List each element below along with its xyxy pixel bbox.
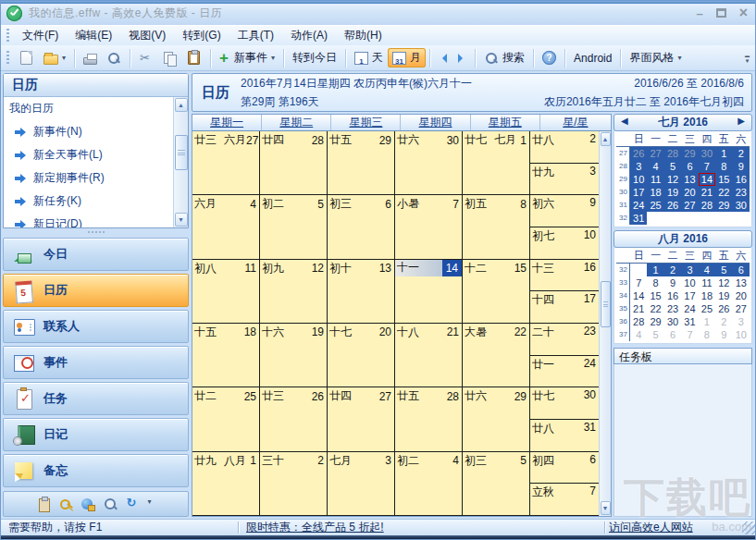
calendar-day-cell[interactable]: 十二15 — [463, 260, 530, 324]
taskboard-body[interactable] — [613, 364, 752, 517]
sidebar-item-new-allday-event[interactable]: 新全天事件(L) — [4, 143, 173, 166]
calendar-day-cell[interactable]: 七月3 — [328, 452, 395, 516]
scroll-down-icon[interactable] — [601, 501, 611, 515]
nav-memo-button[interactable]: 备忘 — [3, 454, 189, 487]
minical-day[interactable]: 17 — [681, 289, 698, 302]
menu-edit[interactable]: 编辑(E) — [67, 26, 120, 45]
minical-day[interactable]: 27 — [733, 302, 750, 315]
resize-grip[interactable] — [742, 522, 755, 534]
calendar-day-cell[interactable]: 廿四27 — [328, 387, 395, 451]
calendar-weekend-half[interactable]: 初六9 — [530, 195, 599, 227]
minical-day[interactable]: 15 — [715, 173, 732, 186]
calendar-day-cell[interactable]: 初五8 — [463, 195, 530, 259]
minical-day[interactable]: 23 — [733, 186, 750, 199]
minical-day[interactable]: 19 — [664, 186, 681, 199]
minical-day[interactable]: 2 — [664, 264, 681, 276]
calendar-day-cell[interactable]: 廿三六月27 — [192, 131, 260, 195]
key-icon[interactable] — [59, 497, 73, 511]
scroll-thumb[interactable] — [175, 135, 188, 170]
magnifier-icon[interactable] — [104, 497, 118, 511]
minical-day[interactable]: 23 — [664, 302, 681, 315]
month-view-button[interactable]: 31 月 — [388, 48, 426, 68]
calendar-weekend-half[interactable]: 初四6 — [530, 452, 599, 485]
minical-day[interactable]: 6 — [681, 160, 698, 173]
minical-day[interactable]: 4 — [699, 264, 715, 276]
scroll-down-icon[interactable] — [175, 213, 188, 227]
calendar-day-cell[interactable]: 廿六30 — [395, 131, 463, 195]
minical-day[interactable]: 13 — [681, 173, 698, 186]
menu-goto[interactable]: 转到(G) — [174, 26, 229, 45]
minical-day[interactable]: 3 — [733, 315, 750, 328]
prev-period-button[interactable] — [434, 51, 452, 66]
sidebar-item-new-diary[interactable]: 新日记(D) — [4, 213, 173, 228]
minical-day[interactable]: 30 — [664, 315, 681, 328]
calendar-scrollbar[interactable] — [599, 131, 611, 516]
minical-day[interactable]: 30 — [699, 147, 715, 160]
calendar-day-cell[interactable]: 十一14 — [395, 260, 463, 324]
calendar-day-cell[interactable]: 十八21 — [395, 324, 463, 387]
chevron-down-icon[interactable] — [148, 497, 155, 511]
nav-today-button[interactable]: 今日 — [3, 238, 189, 271]
minical-day[interactable]: 26 — [630, 147, 647, 160]
calendar-weekend-half[interactable]: 廿一24 — [530, 356, 599, 387]
minical-day[interactable]: 22 — [647, 302, 663, 315]
calendar-day-cell[interactable]: 廿五28 — [395, 387, 463, 451]
minical-day[interactable]: 31 — [681, 315, 698, 328]
calendar-day-cell[interactable]: 廿六29 — [463, 387, 530, 451]
minical-day[interactable]: 20 — [681, 186, 698, 199]
menu-help[interactable]: 帮助(H) — [336, 26, 390, 45]
minical-day[interactable]: 19 — [715, 289, 732, 302]
minical-day[interactable]: 2 — [715, 315, 732, 328]
calendar-day-cell[interactable]: 初二4 — [395, 452, 463, 516]
minical-day[interactable]: 16 — [664, 289, 681, 302]
calendar-weekend-half[interactable]: 十四17 — [530, 291, 599, 323]
calendar-day-cell[interactable]: 初三5 — [463, 452, 530, 516]
minical-day[interactable]: 27 — [647, 147, 663, 160]
minical-day[interactable]: 3 — [630, 160, 647, 173]
minical-day[interactable]: 26 — [715, 302, 732, 315]
minimize-button[interactable] — [696, 7, 702, 19]
minical-day[interactable]: 7 — [699, 160, 715, 173]
minical-day[interactable]: 8 — [699, 328, 715, 341]
minical-day[interactable]: 28 — [664, 147, 681, 160]
minical-day[interactable]: 1 — [715, 147, 732, 160]
minical-day[interactable]: 1 — [699, 315, 715, 328]
sync-icon[interactable] — [126, 497, 140, 511]
minical-day[interactable]: 3 — [681, 264, 698, 276]
goto-today-button[interactable]: 转到今日 — [288, 48, 341, 68]
minical-day[interactable]: 7 — [630, 276, 647, 289]
minical-day[interactable]: 5 — [664, 160, 681, 173]
sidebar-scrollbar[interactable] — [173, 97, 188, 227]
calendar-day-cell[interactable]: 廿三26 — [260, 387, 328, 451]
minical-prev-icon[interactable]: ◀ — [621, 116, 628, 126]
nav-tasks-button[interactable]: 任务 — [3, 382, 189, 415]
android-button[interactable]: Android — [569, 50, 616, 67]
minical-day[interactable]: 4 — [630, 328, 647, 341]
calendar-day-cell[interactable]: 廿九八月1 — [192, 452, 260, 516]
maximize-button[interactable] — [716, 8, 726, 18]
minical-day[interactable]: 20 — [733, 289, 750, 302]
copy-button[interactable] — [158, 49, 181, 67]
calendar-day-cell[interactable]: 三十2 — [260, 452, 328, 516]
minical-day[interactable]: 8 — [647, 276, 663, 289]
minical-day[interactable]: 29 — [715, 199, 732, 212]
scroll-up-icon[interactable] — [601, 132, 611, 146]
calendar-day-cell[interactable]: 廿二25 — [192, 387, 260, 451]
calendar-day-cell[interactable]: 初十13 — [328, 260, 395, 324]
minical-day[interactable]: 10 — [733, 328, 750, 341]
menu-actions[interactable]: 动作(A) — [282, 26, 336, 45]
minical-day[interactable]: 18 — [699, 289, 715, 302]
minical-day[interactable]: 9 — [715, 328, 732, 341]
calendar-day-cell[interactable]: 廿七七月1 — [463, 131, 530, 195]
close-button[interactable] — [739, 6, 748, 20]
nav-calendar-button[interactable]: 日历 — [3, 274, 189, 307]
sidebar-item-new-recurring-event[interactable]: 新定期事件(R) — [4, 166, 173, 190]
scroll-up-icon[interactable] — [175, 98, 188, 112]
paste-button[interactable] — [181, 49, 206, 67]
minical-day[interactable]: 29 — [681, 147, 698, 160]
minical-day[interactable]: 11 — [699, 276, 715, 289]
website-link[interactable]: 访问高效e人网站 — [605, 520, 740, 535]
minical-day[interactable]: 31 — [630, 212, 647, 225]
calendar-weekend-half[interactable]: 廿七30 — [530, 387, 599, 420]
print-preview-button[interactable] — [102, 49, 126, 68]
